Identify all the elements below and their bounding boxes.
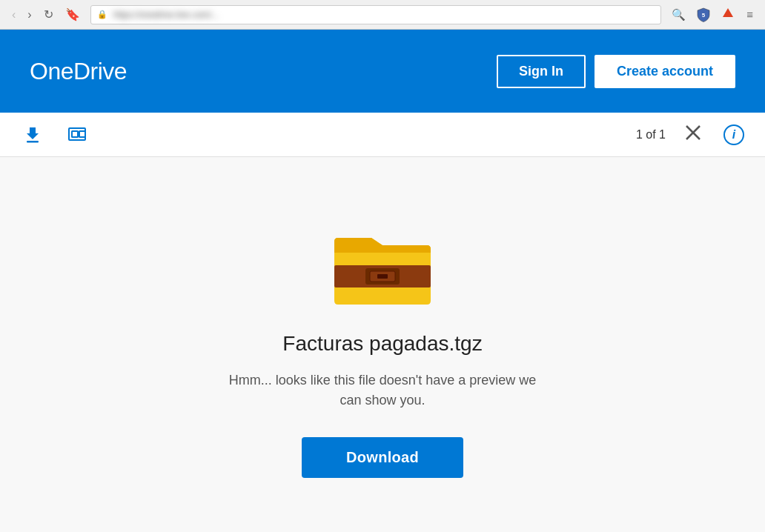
preview-message: Hmm... looks like this file doesn't have… [227,370,538,410]
page-counter: 1 of 1 [636,128,666,142]
brave-menu-button[interactable] [717,4,739,26]
browser-toolbar-right: 🔍 5 ≡ [667,4,758,26]
sign-in-button[interactable]: Sign In [497,55,586,88]
file-name: Facturas pagadas.tgz [282,332,482,356]
svg-rect-2 [27,141,39,143]
lock-icon: 🔒 [97,10,107,19]
download-button[interactable]: Download [302,437,463,478]
slideshow-button[interactable] [62,120,92,150]
svg-rect-4 [72,131,78,137]
brave-shield-icon[interactable]: 5 [693,6,714,24]
svg-rect-5 [79,131,85,137]
zoom-button[interactable]: 🔍 [667,5,690,24]
download-action-button[interactable] [18,120,47,150]
folder-icon-wrapper [327,212,438,311]
browser-menu-button[interactable]: ≡ [742,5,758,24]
onedrive-header: OneDrive Sign In Create account [0,30,765,113]
folder-icon [327,212,438,308]
toolbar-left [18,120,92,150]
info-button[interactable]: i [721,122,747,148]
header-buttons: Sign In Create account [497,55,735,88]
onedrive-logo: OneDrive [30,58,127,85]
info-circle-icon: i [723,124,744,145]
toolbar-right-actions: 1 of 1 i [636,120,747,149]
svg-marker-1 [723,8,733,17]
reload-button[interactable]: ↻ [39,4,58,24]
browser-chrome: ‹ › ↻ 🔖 🔒 https://onedrive.live.com/... … [0,0,765,30]
create-account-button[interactable]: Create account [595,55,735,88]
action-toolbar: 1 of 1 i [0,113,765,157]
address-bar[interactable]: 🔒 https://onedrive.live.com/... [90,5,662,24]
forward-button[interactable]: › [23,5,36,24]
bookmark-button[interactable]: 🔖 [61,4,85,24]
back-button[interactable]: ‹ [7,5,20,24]
main-content: Facturas pagadas.tgz Hmm... looks like t… [0,157,765,532]
svg-rect-11 [377,274,388,279]
svg-text:5: 5 [702,12,706,19]
nav-buttons: ‹ › ↻ 🔖 [7,4,85,24]
close-button[interactable] [680,120,706,149]
url-text: https://onedrive.live.com/... [113,10,655,20]
